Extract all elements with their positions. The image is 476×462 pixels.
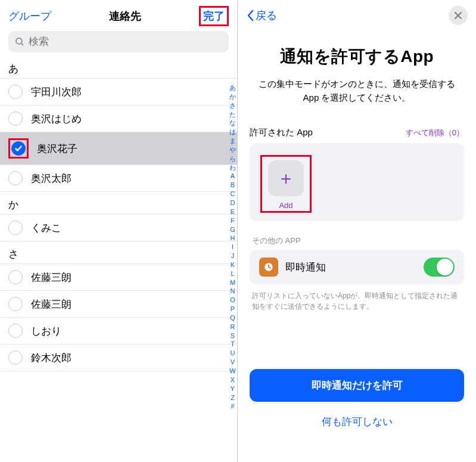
allowed-apps-card: ＋ Add (250, 143, 464, 221)
radio-unchecked-icon[interactable] (8, 171, 23, 185)
footnote: 許可リストに入っていないAppが、即時通知として指定された通知をすぐに送信できる… (252, 290, 462, 312)
contact-row[interactable]: 佐藤三朗 (0, 264, 237, 291)
allowed-label: 許可された App (250, 127, 313, 138)
index-letter[interactable]: Z (229, 393, 236, 402)
close-button[interactable] (449, 6, 468, 25)
search-field[interactable] (8, 31, 229, 52)
svg-line-1 (21, 44, 23, 45)
contact-row[interactable]: 奥沢はじめ (0, 106, 237, 132)
contact-name: 宇田川次郎 (31, 85, 82, 99)
index-letter[interactable]: W (229, 367, 236, 376)
done-highlight-box: 完了 (199, 6, 229, 26)
contact-row[interactable]: くみこ (0, 215, 237, 241)
index-letter[interactable]: H (229, 234, 236, 243)
index-letter[interactable]: V (229, 358, 236, 367)
radio-unchecked-icon[interactable] (8, 324, 23, 338)
index-letter[interactable]: O (229, 296, 236, 305)
group-button[interactable]: グループ (8, 9, 51, 23)
index-letter[interactable]: わ (229, 163, 236, 172)
index-letter[interactable]: A (229, 172, 236, 181)
index-letter[interactable]: Y (229, 385, 236, 393)
right-header: 戻る (238, 0, 476, 31)
chevron-left-icon (246, 10, 254, 21)
add-label: Add (279, 201, 293, 210)
index-letter[interactable]: R (229, 323, 236, 331)
app-name: 即時通知 (285, 261, 416, 274)
index-letter[interactable]: か (229, 92, 236, 101)
radio-unchecked-icon[interactable] (8, 270, 23, 284)
index-letter[interactable]: T (229, 340, 236, 349)
index-letter[interactable]: P (229, 305, 236, 314)
contact-row[interactable]: 宇田川次郎 (0, 79, 237, 106)
allow-none-button[interactable]: 何も許可しない (250, 410, 464, 433)
contacts-list[interactable]: あ宇田川次郎奥沢はじめ奥沢花子奥沢太郎かくみこさ佐藤三朗佐藤三朗しおり鈴木次郎 (0, 56, 237, 462)
radio-unchecked-icon[interactable] (8, 351, 23, 365)
index-letter[interactable]: F (229, 216, 236, 225)
index-letter[interactable]: G (229, 225, 236, 234)
allow-instant-button[interactable]: 即時通知だけを許可 (250, 369, 464, 402)
index-letter[interactable]: あ (229, 83, 236, 92)
index-letter[interactable]: E (229, 207, 236, 216)
svg-point-0 (16, 38, 22, 44)
index-letter[interactable]: J (229, 252, 236, 261)
alphabet-index[interactable]: あかさたなはまやらわABCDEFGHIJKLMNOPQRSTUVWXYZ# (229, 83, 236, 411)
section-header: さ (0, 241, 237, 264)
contact-row[interactable]: しおり (0, 318, 237, 345)
contact-name: くみこ (31, 221, 61, 235)
section-header: か (0, 192, 237, 215)
close-icon (454, 11, 462, 20)
radio-checked-icon[interactable] (11, 141, 26, 156)
contact-row[interactable]: 奥沢花子 (0, 132, 237, 165)
index-letter[interactable]: B (229, 181, 236, 190)
index-letter[interactable]: Q (229, 314, 236, 323)
back-label: 戻る (256, 8, 277, 23)
instant-toggle[interactable] (424, 258, 455, 277)
contact-name: 奥沢太郎 (31, 172, 71, 185)
search-wrap (0, 31, 237, 56)
search-input[interactable] (29, 36, 223, 48)
allowed-section-header: 許可された App すべて削除（0） (250, 127, 464, 138)
contact-row[interactable]: 奥沢太郎 (0, 165, 237, 192)
left-header: グループ 連絡先 完了 (0, 0, 237, 31)
index-letter[interactable]: ら (229, 154, 236, 163)
index-letter[interactable]: X (229, 376, 236, 385)
index-letter[interactable]: I (229, 243, 236, 252)
radio-unchecked-icon[interactable] (8, 297, 23, 311)
contact-name: 奥沢花子 (37, 142, 77, 156)
contact-row[interactable]: 佐藤三朗 (0, 291, 237, 318)
index-letter[interactable]: U (229, 349, 236, 358)
contact-name: 鈴木次郎 (31, 351, 71, 365)
add-app-button[interactable]: ＋ (268, 160, 304, 196)
index-letter[interactable]: K (229, 261, 236, 269)
index-letter[interactable]: M (229, 278, 236, 287)
radio-unchecked-icon[interactable] (8, 221, 23, 235)
radio-unchecked-icon[interactable] (8, 85, 23, 99)
index-letter[interactable]: # (229, 402, 236, 411)
index-letter[interactable]: さ (229, 101, 236, 110)
index-letter[interactable]: N (229, 287, 236, 296)
index-letter[interactable]: C (229, 190, 236, 199)
other-apps-label: その他の APP (252, 235, 462, 246)
contact-name: しおり (31, 324, 61, 338)
contact-row[interactable]: 鈴木次郎 (0, 345, 237, 371)
index-letter[interactable]: は (229, 128, 236, 137)
right-subtitle: この集中モードがオンのときに、通知を受信する App を選択してください。 (256, 77, 458, 104)
index-letter[interactable]: た (229, 110, 236, 119)
section-header: あ (0, 56, 237, 79)
done-button[interactable]: 完了 (203, 9, 225, 23)
contact-name: 奥沢はじめ (31, 112, 82, 126)
right-title: 通知を許可するApp (238, 45, 476, 68)
index-letter[interactable]: S (229, 331, 236, 340)
clear-all-button[interactable]: すべて削除（0） (406, 128, 464, 138)
index-letter[interactable]: L (229, 269, 236, 278)
radio-unchecked-icon[interactable] (8, 111, 23, 126)
index-letter[interactable]: な (229, 119, 236, 128)
index-letter[interactable]: D (229, 199, 236, 207)
page-title: 連絡先 (109, 9, 141, 23)
index-letter[interactable]: ま (229, 137, 236, 145)
contact-name: 佐藤三朗 (31, 271, 71, 284)
clock-icon (259, 258, 278, 277)
back-button[interactable]: 戻る (246, 8, 277, 23)
index-letter[interactable]: や (229, 145, 236, 154)
notifications-panel: 戻る 通知を許可するApp この集中モードがオンのときに、通知を受信する App… (238, 0, 476, 462)
